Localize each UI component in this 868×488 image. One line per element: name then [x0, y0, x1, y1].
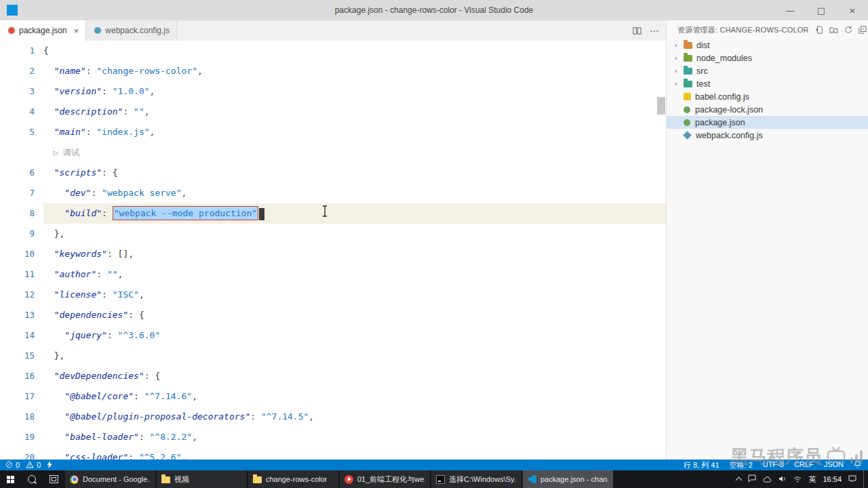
code-line[interactable]: 5 "main": "index.js", — [0, 122, 666, 142]
line-number[interactable]: 3 — [0, 81, 43, 102]
tree-item-src[interactable]: ›src — [667, 64, 868, 77]
codelens-debug-link[interactable]: ▷ 调试 — [43, 148, 79, 157]
cloud-icon[interactable] — [763, 473, 772, 485]
tree-item-test[interactable]: ›test — [667, 77, 868, 90]
line-number[interactable]: 12 — [0, 285, 43, 305]
status-item[interactable]: UTF-8 — [763, 460, 784, 470]
code-token — [43, 86, 54, 96]
line-number[interactable]: 1 — [0, 41, 43, 61]
action-center-icon[interactable] — [848, 473, 856, 485]
code-line[interactable]: 8 "build": "webpack --mode production" — [0, 203, 666, 224]
code-line[interactable]: 6 "scripts": { — [0, 163, 666, 183]
collapse-folders-icon[interactable] — [859, 26, 867, 34]
line-number[interactable]: 4 — [0, 102, 43, 122]
code-token: : — [102, 167, 113, 178]
status-right: 行 8, 列 41空格: 2UTF-8CRLFJSON — [684, 460, 868, 470]
code-line[interactable]: 10 "keywords": [], — [0, 244, 666, 264]
code-line[interactable]: 18 "@babel/plugin-proposal-decorators": … — [0, 407, 666, 427]
search-button[interactable] — [28, 475, 36, 483]
new-file-icon[interactable] — [815, 26, 823, 34]
code-line[interactable]: 3 "version": "1.0.0", — [0, 81, 666, 102]
tree-item-dist[interactable]: ›dist — [667, 39, 868, 52]
lightning-icon[interactable] — [47, 461, 53, 470]
maximize-button[interactable]: □ — [806, 0, 837, 20]
line-number[interactable]: 20 — [0, 447, 43, 460]
taskbar-button-视频[interactable]: 视频 — [157, 470, 247, 488]
problems-indicator[interactable]: 0 0 — [0, 461, 53, 470]
code-line[interactable]: 7 "dev": "webpack serve", — [0, 183, 666, 203]
code-line[interactable]: 4 "description": "", — [0, 102, 666, 122]
show-desktop-strip[interactable] — [863, 470, 867, 488]
code-line[interactable]: 12 "license": "ISC", — [0, 285, 666, 305]
close-button[interactable]: × — [837, 0, 868, 20]
line-number[interactable]: 2 — [0, 61, 43, 81]
line-number[interactable]: 18 — [0, 407, 43, 427]
taskbar-button-Document - Google...[interactable]: Document - Google... — [65, 470, 155, 488]
editor-scrollbar[interactable] — [657, 97, 665, 115]
start-button[interactable] — [7, 476, 14, 483]
close-tab-icon[interactable]: × — [74, 26, 79, 36]
status-item[interactable]: 空格: 2 — [730, 460, 753, 470]
status-item[interactable]: JSON — [824, 460, 844, 470]
message-icon[interactable] — [748, 473, 756, 485]
line-number[interactable]: 11 — [0, 264, 43, 285]
tree-item-babel.config.js[interactable]: babel.config.js — [667, 90, 868, 103]
split-editor-icon[interactable] — [633, 26, 642, 35]
line-number[interactable]: 7 — [0, 183, 43, 203]
tree-item-label: babel.config.js — [695, 92, 749, 102]
new-folder-icon[interactable] — [829, 26, 838, 34]
code-token: , — [144, 106, 150, 117]
line-number[interactable]: 17 — [0, 386, 43, 407]
network-icon[interactable] — [793, 473, 802, 485]
code-line[interactable]: 15 }, — [0, 346, 666, 366]
line-number[interactable]: 10 — [0, 244, 43, 264]
more-actions-icon[interactable]: ⋯ — [650, 25, 659, 36]
code-line[interactable]: 16 "devDependencies": { — [0, 366, 666, 386]
line-number[interactable]: 15 — [0, 346, 43, 366]
code-token: : — [86, 66, 97, 76]
code-line[interactable]: 1{ — [0, 41, 666, 61]
taskbar-button-package.json - chan...[interactable]: package.json - chan... — [523, 470, 613, 488]
code-line[interactable]: 13 "dependencies": { — [0, 305, 666, 325]
language-indicator[interactable]: 英 — [808, 474, 816, 485]
code-editor[interactable]: 1{2 "name": "change-rows-color",3 "versi… — [0, 41, 666, 460]
tree-item-package.json[interactable]: package.json — [667, 116, 868, 129]
code-line[interactable]: 9 }, — [0, 224, 666, 244]
line-number[interactable]: 13 — [0, 305, 43, 325]
tab-package.json[interactable]: package.json× — [0, 20, 86, 41]
code-line[interactable]: 20 "css-loader": "^5.2.6", — [0, 447, 666, 460]
taskbar-button-change-rows-color[interactable]: change-rows-color — [248, 470, 338, 488]
line-number[interactable]: 16 — [0, 366, 43, 386]
taskbar-button-01_前端工程化与we...[interactable]: 01_前端工程化与we... — [340, 470, 430, 488]
clock[interactable]: 16:54 — [823, 475, 842, 483]
status-item[interactable]: 行 8, 列 41 — [684, 460, 719, 470]
tab-webpack.config.js[interactable]: webpack.config.js — [86, 20, 177, 41]
refresh-icon[interactable] — [844, 26, 852, 34]
hidden-icons-caret[interactable] — [736, 477, 743, 484]
code-line[interactable]: 11 "author": "", — [0, 264, 666, 285]
code-token — [43, 249, 54, 259]
line-number[interactable]: 14 — [0, 325, 43, 346]
notifications-bell-icon[interactable] — [854, 460, 861, 470]
line-number[interactable]: 19 — [0, 427, 43, 447]
status-item[interactable]: CRLF — [794, 460, 814, 470]
line-number[interactable]: 5 — [0, 122, 43, 142]
taskbar-button-label: package.json - chan... — [540, 475, 608, 483]
vscode-logo-icon[interactable] — [7, 5, 18, 16]
tree-item-package-lock.json[interactable]: package-lock.json — [667, 103, 868, 116]
code-line[interactable]: 19 "babel-loader": "^8.2.2", — [0, 427, 666, 447]
code-line[interactable]: 17 "@babel/core": "^7.14.6", — [0, 386, 666, 407]
code-line-text: "babel-loader": "^8.2.2", — [43, 427, 666, 447]
code-line[interactable]: 14 "jquery": "^3.6.0" — [0, 325, 666, 346]
task-view-button[interactable] — [50, 475, 58, 483]
tree-item-node_modules[interactable]: ›node_modules — [667, 52, 868, 64]
tree-item-webpack.config.js[interactable]: webpack.config.js — [667, 129, 868, 142]
codelens-row[interactable]: ▷ 调试 — [0, 142, 666, 163]
line-number[interactable]: 8 — [0, 203, 43, 224]
code-line[interactable]: 2 "name": "change-rows-color", — [0, 61, 666, 81]
volume-icon[interactable] — [778, 473, 787, 485]
taskbar-button-选择C:\Windows\Sy...[interactable]: 选择C:\Windows\Sy... — [431, 470, 521, 488]
line-number[interactable]: 9 — [0, 224, 43, 244]
line-number[interactable]: 6 — [0, 163, 43, 183]
minimize-button[interactable]: — — [774, 0, 806, 20]
